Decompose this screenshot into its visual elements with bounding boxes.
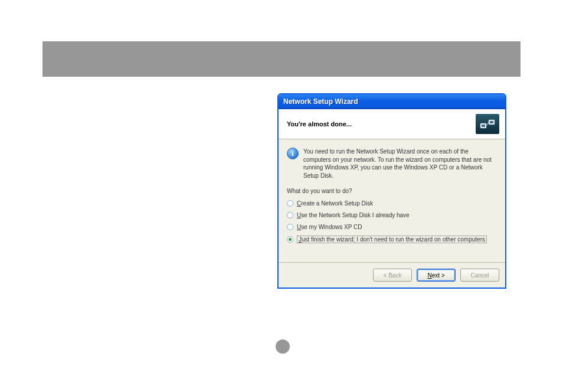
option-use-existing-disk[interactable]: Use the Network Setup Disk I already hav… bbox=[287, 212, 497, 218]
network-setup-wizard-window: Network Setup Wizard You're almost done.… bbox=[277, 93, 506, 289]
cancel-button-label: Cancel bbox=[470, 272, 489, 279]
info-text: You need to run the Network Setup Wizard… bbox=[303, 148, 497, 179]
next-button-label: Next > bbox=[427, 272, 444, 279]
page-number-circle bbox=[276, 339, 290, 354]
page-header-bar bbox=[42, 41, 521, 77]
svg-rect-1 bbox=[482, 125, 485, 127]
wizard-header: You're almost done... bbox=[279, 109, 505, 139]
wizard-header-title: You're almost done... bbox=[287, 120, 352, 128]
info-row: i You need to run the Network Setup Wiza… bbox=[287, 148, 497, 179]
svg-line-4 bbox=[486, 122, 489, 126]
back-button: < Back bbox=[373, 269, 412, 282]
option-label: Create a Network Setup Disk bbox=[297, 200, 373, 207]
titlebar[interactable]: Network Setup Wizard bbox=[279, 94, 505, 109]
network-icon bbox=[476, 114, 499, 134]
radio-icon bbox=[287, 200, 293, 207]
option-create-disk[interactable]: Create a Network Setup Disk bbox=[287, 200, 497, 207]
prompt-text: What do you want to do? bbox=[287, 188, 497, 194]
wizard-body: i You need to run the Network Setup Wiza… bbox=[279, 139, 505, 262]
option-use-xp-cd[interactable]: Use my Windows XP CD bbox=[287, 224, 497, 230]
option-label: Just finish the wizard; I don't need to … bbox=[297, 236, 487, 243]
radio-icon bbox=[287, 212, 293, 218]
svg-rect-3 bbox=[490, 121, 493, 123]
option-label: Use the Network Setup Disk I already hav… bbox=[297, 212, 410, 218]
cancel-button: Cancel bbox=[460, 269, 499, 282]
option-group: Create a Network Setup Disk Use the Netw… bbox=[287, 200, 497, 243]
info-icon: i bbox=[287, 148, 299, 159]
radio-icon bbox=[287, 236, 293, 243]
option-label: Use my Windows XP CD bbox=[297, 224, 362, 230]
back-button-label: < Back bbox=[384, 272, 402, 279]
option-just-finish[interactable]: Just finish the wizard; I don't need to … bbox=[287, 236, 497, 243]
next-button[interactable]: Next > bbox=[417, 269, 456, 282]
window-title: Network Setup Wizard bbox=[283, 97, 358, 106]
radio-icon bbox=[287, 224, 293, 230]
button-row: < Back Next > Cancel bbox=[279, 262, 505, 288]
